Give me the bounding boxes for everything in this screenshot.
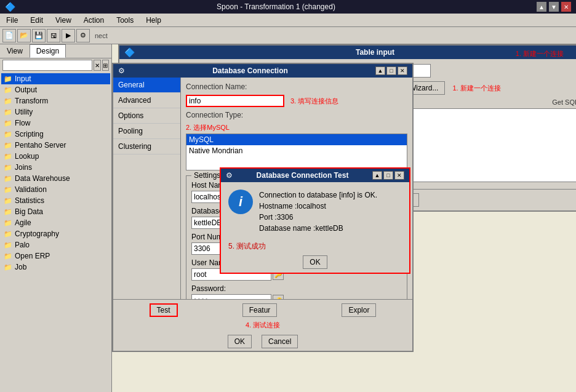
- test-msg-3: Port :3306: [259, 212, 377, 223]
- search-clear-btn[interactable]: ✕: [94, 60, 101, 71]
- search-expand-btn[interactable]: ⊞: [102, 60, 110, 71]
- menu-bar: File Edit View Action Tools Help: [0, 14, 576, 27]
- toolbar-save[interactable]: 💾: [32, 29, 46, 42]
- sidebar-clustering[interactable]: Clustering: [113, 139, 180, 154]
- tree-item-cryptography[interactable]: 📁 Cryptography: [1, 228, 110, 239]
- password-key-icon[interactable]: 🔑: [273, 295, 284, 299]
- folder-icon: 📁: [4, 108, 12, 116]
- toolbar-new[interactable]: 📄: [2, 29, 16, 42]
- app-icon: 🔷: [5, 2, 15, 12]
- db-test-minimize[interactable]: ▲: [372, 171, 382, 180]
- tree-item-palo[interactable]: 📁 Palo: [1, 239, 110, 250]
- tree-item-agile[interactable]: 📁 Agile: [1, 217, 110, 228]
- conn-name-label: Connection Name:: [186, 82, 247, 91]
- conn-name-input[interactable]: [186, 95, 284, 107]
- tab-view[interactable]: View: [0, 44, 30, 58]
- conn-name-input-row: 3. 填写连接信息: [186, 95, 407, 107]
- menu-view[interactable]: View: [52, 15, 75, 26]
- password-input[interactable]: [191, 294, 271, 299]
- toolbar-run[interactable]: ▶: [62, 29, 75, 42]
- db-conn-minimize[interactable]: ▲: [375, 66, 385, 75]
- menu-action[interactable]: Action: [80, 15, 108, 26]
- db-test-dialog: ⚙ Database Connection Test ▲ □ ✕ i Conne…: [220, 167, 410, 274]
- folder-icon: 📁: [4, 164, 12, 172]
- annotation-4: 4. 测试连接: [113, 321, 412, 332]
- menu-file[interactable]: File: [2, 15, 22, 26]
- tree-item-flow[interactable]: 📁 Flow: [1, 118, 110, 129]
- db-conn-bottom-footer: OK Cancel: [113, 332, 412, 351]
- tree-item-label: Output: [15, 86, 37, 94]
- toolbar-open[interactable]: 📂: [17, 29, 31, 42]
- folder-icon: 📁: [4, 241, 12, 249]
- tree-item-output[interactable]: 📁 Output: [1, 84, 110, 95]
- tree-item-label: Pentaho Server: [15, 141, 66, 150]
- menu-edit[interactable]: Edit: [26, 15, 47, 26]
- annotation-3: 3. 填写连接信息: [290, 97, 338, 106]
- tree-item-label: Joins: [15, 163, 32, 172]
- tree-item-validation[interactable]: 📁 Validation: [1, 184, 110, 195]
- app-title: Spoon - Transformation 1 (changed): [15, 2, 537, 11]
- test-msg-2: Hostname :localhost: [259, 201, 377, 212]
- toolbar: 📄 📂 💾 🖫 ▶ ⚙ nect: [0, 27, 576, 44]
- tree-item-utility[interactable]: 📁 Utility: [1, 106, 110, 118]
- restore-btn[interactable]: ▼: [549, 2, 559, 12]
- db-test-title: Database Connection Test: [257, 171, 349, 180]
- folder-icon: 📁: [4, 153, 12, 161]
- test-btn[interactable]: Test: [150, 303, 178, 317]
- folder-icon: 📁: [4, 119, 12, 127]
- folder-icon: 📁: [4, 219, 12, 227]
- sidebar-pooling[interactable]: Pooling: [113, 124, 180, 139]
- tree-item-datawarehouse[interactable]: 📁 Data Warehouse: [1, 173, 110, 184]
- db-conn-cancel-btn[interactable]: Cancel: [262, 335, 298, 348]
- info-icon: i: [228, 190, 253, 214]
- tree-item-openerp[interactable]: 📁 Open ERP: [1, 250, 110, 262]
- menu-tools[interactable]: Tools: [113, 15, 137, 26]
- tree-item-lookup[interactable]: 📁 Lookup: [1, 151, 110, 162]
- search-input[interactable]: [2, 60, 92, 71]
- test-msg-4: Database name :kettleDB: [259, 223, 377, 234]
- sidebar-general[interactable]: General: [113, 78, 180, 93]
- conn-type-list[interactable]: MySQL Native Mondrian: [186, 134, 407, 170]
- menu-help[interactable]: Help: [142, 15, 165, 26]
- db-test-close[interactable]: ✕: [394, 171, 404, 180]
- tree-item-label: Palo: [15, 241, 30, 249]
- tree-item-label: Data Warehouse: [15, 174, 70, 183]
- sidebar-options[interactable]: Options: [113, 108, 180, 124]
- tree-item-transform[interactable]: 📁 Transform: [1, 95, 110, 106]
- conn-type-mondrian[interactable]: Native Mondrian: [186, 145, 407, 156]
- db-conn-close[interactable]: ✕: [398, 66, 407, 75]
- tree-item-statistics[interactable]: 📁 Statistics: [1, 195, 110, 206]
- toolbar-saveas[interactable]: 🖫: [47, 29, 60, 42]
- folder-icon: 📁: [4, 230, 12, 238]
- tree-item-pentaho[interactable]: 📁 Pentaho Server: [1, 140, 110, 151]
- tree-item-bigdata[interactable]: 📁 Big Data: [1, 206, 110, 217]
- db-conn-ok-btn[interactable]: OK: [228, 335, 252, 348]
- folder-icon: 📁: [4, 75, 12, 83]
- folder-icon: 📁: [4, 97, 12, 105]
- db-test-controls: ▲ □ ✕: [372, 171, 404, 180]
- test-message: Connection to database [info] is OK. Hos…: [259, 190, 377, 234]
- db-test-footer: OK: [221, 252, 409, 273]
- conn-type-mysql[interactable]: MySQL: [186, 134, 407, 145]
- db-conn-sidebar: General Advanced Options Pooling Cluster…: [113, 78, 181, 299]
- tree-item-joins[interactable]: 📁 Joins: [1, 162, 110, 173]
- annotation-1: 1. 新建一个连接: [516, 49, 564, 58]
- tree-item-label: Utility: [15, 108, 33, 116]
- feature-btn[interactable]: Featur: [242, 303, 278, 317]
- minimize-btn[interactable]: ▲: [537, 2, 546, 12]
- explore-btn[interactable]: Explor: [342, 303, 376, 317]
- db-conn-restore[interactable]: □: [386, 66, 396, 75]
- close-btn[interactable]: ✕: [561, 2, 571, 12]
- tree-item-input[interactable]: 📁 Input: [1, 73, 110, 84]
- settings-title: Settings: [191, 171, 223, 180]
- tree-item-scripting[interactable]: 📁 Scripting: [1, 129, 110, 140]
- db-test-ok-btn[interactable]: OK: [303, 255, 327, 269]
- db-conn-footer: Test Featur Explor: [113, 299, 412, 321]
- tree-item-label: Agile: [15, 218, 31, 227]
- tree-item-job[interactable]: 📁 Job: [1, 262, 110, 273]
- tab-design[interactable]: Design: [30, 44, 66, 58]
- db-test-restore[interactable]: □: [383, 171, 393, 180]
- toolbar-extra[interactable]: ⚙: [76, 29, 90, 42]
- sidebar-advanced[interactable]: Advanced: [113, 93, 180, 108]
- title-bar: 🔷 Spoon - Transformation 1 (changed) ▲ ▼…: [0, 0, 576, 14]
